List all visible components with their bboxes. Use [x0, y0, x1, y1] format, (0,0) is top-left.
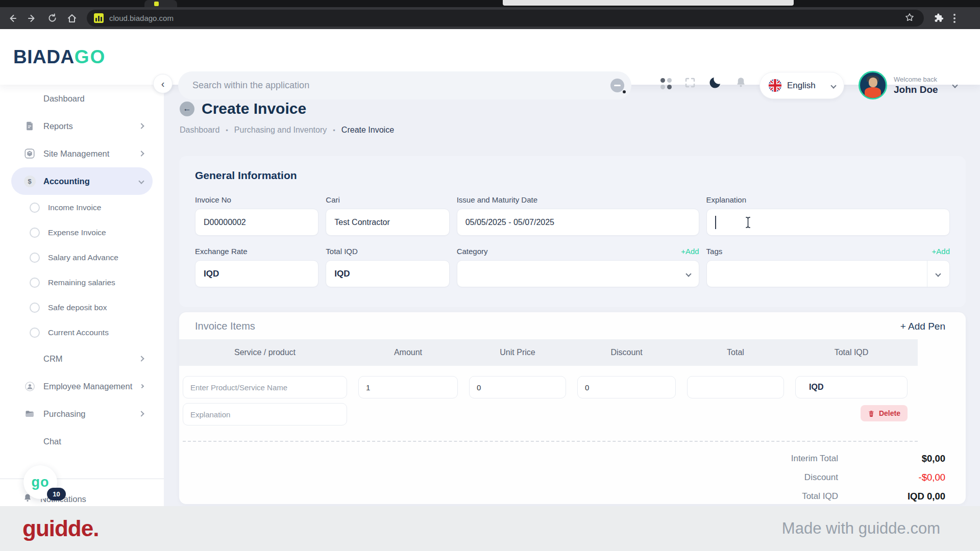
sidebar-collapse-button[interactable]: ‹ — [153, 74, 173, 93]
radio-circle-icon — [30, 203, 40, 213]
grand-total-iqd-value: IQD 0,00 — [838, 491, 945, 502]
cube-icon — [23, 148, 36, 159]
sidebar-item-purchasing[interactable]: Purchasing — [11, 400, 153, 428]
sidebar-item-current-accounts[interactable]: Current Accounts — [0, 320, 164, 345]
welcome-text: Welcome back — [894, 76, 938, 83]
tags-select[interactable] — [706, 260, 950, 287]
language-selector[interactable]: English — [760, 72, 844, 99]
chevron-down-icon — [138, 178, 144, 184]
ibeam-cursor-icon — [745, 216, 751, 231]
row-divider — [183, 441, 918, 442]
notifications-bell-icon[interactable] — [734, 76, 747, 91]
fullscreen-icon[interactable] — [684, 77, 696, 91]
discount-total-label: Discount — [685, 472, 838, 483]
col-unit-price: Unit Price — [469, 348, 566, 357]
breadcrumb-separator: • — [226, 127, 228, 134]
breadcrumb: Dashboard • Purchasing and Inventory • C… — [180, 126, 394, 135]
item-row: IQD — [179, 376, 966, 398]
sidebar-item-reports[interactable]: Reports — [11, 112, 153, 140]
site-favicon — [94, 13, 104, 23]
search-input[interactable] — [192, 80, 610, 91]
issue-maturity-date-field[interactable] — [457, 209, 699, 236]
language-label: English — [787, 81, 826, 91]
browser-home-button[interactable] — [64, 11, 80, 26]
unit-price-input[interactable] — [469, 376, 566, 398]
cari-field[interactable] — [326, 209, 449, 236]
exchange-rate-field[interactable] — [195, 260, 318, 287]
tags-add-link[interactable]: +Add — [932, 247, 950, 256]
radio-circle-icon — [30, 228, 40, 238]
invoice-no-field[interactable] — [195, 209, 318, 236]
total-iqd-field[interactable] — [326, 260, 449, 287]
explanation-label: Explanation — [706, 195, 746, 204]
service-product-input[interactable] — [183, 376, 347, 398]
sidebar-item-income-invoice[interactable]: Income Invoice — [0, 195, 164, 220]
sidebar: Dashboard Reports Site Management $ Acco… — [0, 85, 164, 506]
invoice-items-heading: Invoice Items — [195, 320, 255, 332]
browser-reload-button[interactable] — [44, 11, 60, 26]
radio-circle-icon — [30, 328, 40, 338]
tags-dropdown-toggle[interactable] — [927, 261, 949, 287]
extensions-puzzle-icon[interactable] — [933, 12, 944, 25]
chevron-down-icon — [685, 271, 691, 277]
col-total: Total — [687, 348, 784, 357]
browser-forward-button[interactable] — [24, 11, 40, 26]
app-search-bar — [178, 71, 631, 99]
logo-text-accent: GO — [75, 46, 106, 67]
dollar-icon: $ — [24, 176, 36, 187]
amount-input[interactable] — [358, 376, 458, 398]
sidebar-item-expense-invoice[interactable]: Expense Invoice — [0, 220, 164, 245]
sidebar-item-accounting[interactable]: $ Accounting — [11, 167, 153, 195]
breadcrumb-create-invoice: Create Invoice — [341, 126, 394, 135]
sidebar-item-salary-and-advance[interactable]: Salary and Advance — [0, 245, 164, 270]
user-profile-menu[interactable]: Welcome back John Doe — [859, 71, 957, 99]
logo-text-primary: BIADA — [13, 46, 75, 67]
crm-grid-icon — [23, 354, 36, 364]
browser-menu-icon[interactable] — [953, 14, 955, 23]
discount-input[interactable] — [577, 376, 676, 398]
apps-grid-icon[interactable] — [660, 78, 672, 89]
sidebar-item-dashboard[interactable]: Dashboard — [11, 85, 153, 112]
add-pen-button[interactable]: + Add Pen — [900, 321, 945, 332]
screen: cloud.biadago.com BIADAGO ‹ — [0, 0, 980, 551]
cari-label: Cari — [326, 195, 340, 204]
explanation-field[interactable] — [706, 209, 950, 236]
sidebar-item-employee-management[interactable]: Employee Management — [11, 372, 153, 400]
row-explanation-input[interactable] — [183, 403, 347, 425]
category-select[interactable] — [457, 260, 699, 287]
breadcrumb-separator: • — [333, 127, 335, 134]
browser-address-bar[interactable]: cloud.biadago.com — [87, 10, 924, 27]
sidebar-item-remaining-salaries[interactable]: Remaining salaries — [0, 270, 164, 295]
back-button[interactable]: ← — [180, 102, 194, 116]
sidebar-item-site-management[interactable]: Site Management — [11, 140, 153, 167]
browser-tab[interactable] — [144, 0, 177, 7]
browser-toolbar: cloud.biadago.com — [0, 7, 980, 29]
sidebar-item-safe-deposit-box[interactable]: Safe deposit box — [0, 295, 164, 320]
delete-row-button[interactable]: Delete — [861, 405, 908, 421]
totals-summary: Interim Total $0,00 Discount -$0,00 Tota… — [179, 449, 966, 506]
sidebar-item-chat[interactable]: Chat — [11, 428, 153, 455]
avatar — [859, 71, 887, 99]
bookmark-star-icon[interactable] — [904, 12, 915, 24]
row-currency-field[interactable]: IQD — [795, 376, 908, 398]
dark-mode-moon-icon[interactable] — [708, 76, 722, 91]
issue-maturity-date-label: Issue and Maturity Date — [457, 195, 537, 204]
breadcrumb-dashboard[interactable]: Dashboard — [180, 126, 219, 135]
invoice-items-section: Invoice Items + Add Pen Service / produc… — [179, 312, 966, 504]
breadcrumb-purchasing-inventory[interactable]: Purchasing and Inventory — [234, 126, 327, 135]
text-caret — [715, 216, 716, 229]
section-heading: General Information — [195, 169, 950, 182]
category-add-link[interactable]: +Add — [681, 247, 699, 256]
url-text: cloud.biadago.com — [109, 14, 904, 22]
general-information-section: General Information Invoice No Cari Issu… — [179, 156, 966, 307]
uk-flag-icon — [768, 79, 782, 92]
dashboard-grid-icon — [23, 94, 36, 104]
chevron-down-icon — [936, 271, 941, 277]
search-icon[interactable] — [610, 79, 624, 92]
sidebar-item-crm[interactable]: CRM — [11, 345, 153, 372]
items-table-header: Service / product Amount Unit Price Disc… — [179, 339, 918, 366]
tab-highlight — [503, 0, 794, 6]
browser-back-button[interactable] — [5, 11, 20, 26]
total-input[interactable] — [687, 376, 784, 398]
discount-total-value: -$0,00 — [838, 472, 945, 483]
